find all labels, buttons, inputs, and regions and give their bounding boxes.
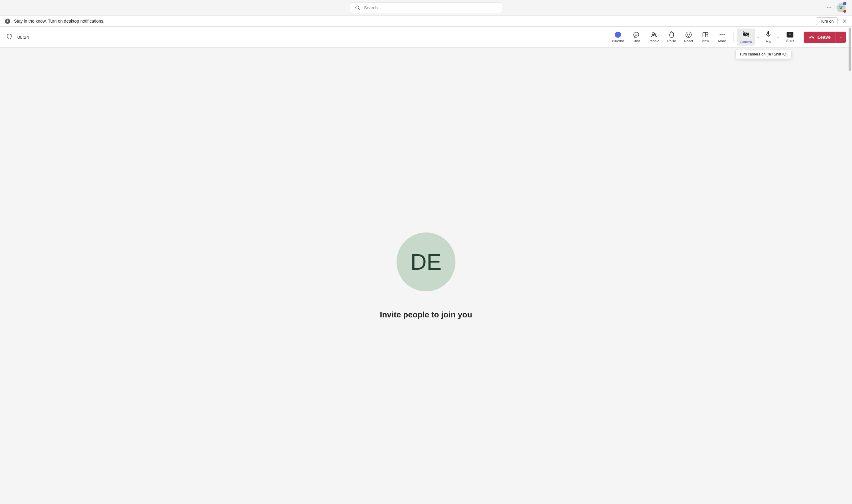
notification-actions: Turn on <box>816 17 847 25</box>
scrollbar[interactable] <box>849 28 851 71</box>
react-button[interactable]: React <box>680 30 697 44</box>
mic-icon <box>765 31 772 39</box>
bluedot-button[interactable]: Bluedot <box>609 30 627 44</box>
mic-button[interactable]: Mic <box>762 29 775 45</box>
toolbar-divider <box>733 33 733 42</box>
mic-group: Mic <box>762 29 781 45</box>
chat-button[interactable]: Chat <box>628 30 644 44</box>
view-button[interactable]: View <box>697 30 713 44</box>
svg-point-20 <box>724 34 725 35</box>
toolbar-controls: Bluedot Chat Peo <box>609 29 846 46</box>
turn-on-button[interactable]: Turn on <box>816 17 838 25</box>
top-right-actions: DE <box>826 3 846 13</box>
mic-chevron[interactable] <box>775 34 781 41</box>
chat-icon <box>633 31 640 38</box>
svg-point-13 <box>687 34 688 34</box>
share-label: Share <box>785 38 794 42</box>
svg-line-1 <box>358 9 359 10</box>
shield-icon[interactable] <box>6 34 13 41</box>
svg-point-12 <box>686 32 691 37</box>
camera-off-icon <box>742 30 750 39</box>
share-icon <box>786 32 794 37</box>
more-button[interactable]: More <box>714 30 730 44</box>
share-button[interactable]: Share <box>782 30 798 44</box>
raise-label: Raise <box>667 39 676 43</box>
svg-point-14 <box>689 34 690 34</box>
invite-text: Invite people to join you <box>380 310 472 320</box>
svg-point-0 <box>356 6 359 9</box>
view-label: View <box>702 39 709 43</box>
svg-rect-24 <box>767 31 769 35</box>
leave-button[interactable]: Leave <box>804 32 836 43</box>
main-area: DE Invite people to join you <box>1 48 851 504</box>
avatar-badge-notification <box>843 2 847 5</box>
svg-point-18 <box>720 34 721 35</box>
more-label: More <box>718 39 726 43</box>
people-label: People <box>649 39 659 43</box>
camera-tooltip: Turn camera on (⌘+Shift+O) <box>735 50 792 59</box>
svg-point-7 <box>634 32 639 37</box>
svg-point-11 <box>655 33 656 35</box>
bluedot-label: Bluedot <box>613 39 624 43</box>
mic-label: Mic <box>766 40 771 43</box>
svg-point-19 <box>722 34 723 35</box>
view-icon <box>702 31 709 38</box>
participant-avatar: DE <box>396 233 456 291</box>
close-icon[interactable] <box>842 19 847 23</box>
raise-hand-icon <box>668 31 675 38</box>
camera-button[interactable]: Camera <box>736 29 755 46</box>
avatar-initials: DE <box>839 6 843 10</box>
phone-hangup-icon <box>809 34 815 40</box>
info-icon: i <box>5 19 10 24</box>
raise-button[interactable]: Raise <box>663 30 680 44</box>
avatar-badge-status <box>843 10 847 13</box>
notification-bar: i Stay in the know. Turn on desktop noti… <box>0 16 852 26</box>
react-icon <box>685 31 692 38</box>
meeting-toolbar: 00:24 Bluedot Chat <box>0 26 852 48</box>
people-button[interactable]: People <box>645 30 663 44</box>
more-dots-icon[interactable] <box>826 5 832 11</box>
search-input[interactable] <box>364 5 497 10</box>
meeting-timer: 00:24 <box>17 34 29 40</box>
svg-point-4 <box>830 7 831 8</box>
leave-chevron[interactable] <box>836 32 846 43</box>
top-bar: DE <box>0 0 852 16</box>
search-container[interactable] <box>350 2 502 13</box>
svg-point-10 <box>652 33 654 35</box>
camera-group: Camera <box>736 29 761 46</box>
bluedot-icon <box>615 31 621 38</box>
more-icon <box>719 31 726 38</box>
svg-point-3 <box>829 7 830 8</box>
participant-initials: DE <box>410 249 442 275</box>
react-label: React <box>684 39 693 43</box>
leave-label: Leave <box>817 34 831 40</box>
camera-chevron[interactable] <box>755 34 761 41</box>
search-icon <box>355 5 360 11</box>
leave-button-group: Leave <box>804 32 846 43</box>
notification-message: Stay in the know. Turn on desktop notifi… <box>14 19 105 23</box>
svg-point-2 <box>827 7 828 8</box>
people-icon <box>651 31 657 38</box>
chat-label: Chat <box>633 39 640 43</box>
user-avatar[interactable]: DE <box>836 3 846 13</box>
camera-label: Camera <box>740 40 752 44</box>
